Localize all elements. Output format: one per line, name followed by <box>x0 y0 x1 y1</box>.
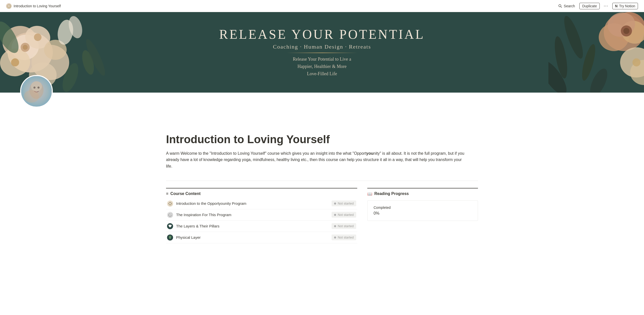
topbar: Introduction to Loving Yourself Search D… <box>0 0 644 12</box>
item-icon-moon <box>167 212 173 218</box>
hero-tagline-line1: Release Your Potential to Live a <box>293 57 351 62</box>
hero-main-title: Release Your Potential <box>219 27 425 42</box>
course-content-label: Course Content <box>170 191 200 196</box>
page-title: Introduction to Loving Yourself <box>166 133 478 146</box>
svg-point-19 <box>11 58 19 66</box>
course-item-title: The Layers & Their Pillars <box>176 224 219 228</box>
page-description: A warm Welcome to the "Introduction to L… <box>166 150 468 170</box>
completed-value: 0% <box>374 211 472 216</box>
notion-icon: N <box>615 4 618 8</box>
course-item-title: Introduction to the Opportyounity Progra… <box>176 201 246 206</box>
svg-point-44 <box>169 202 171 205</box>
more-options-button[interactable]: ··· <box>602 2 610 10</box>
page-icon <box>6 3 12 9</box>
flowers-left-svg <box>0 12 106 93</box>
item-icon-heart <box>167 223 173 229</box>
avatar-inner <box>21 76 52 107</box>
search-icon <box>558 4 562 8</box>
hero-tagline: Release Your Potential to Live a Happier… <box>219 56 425 77</box>
status-badge: Not started <box>332 201 356 206</box>
reading-card: Completed 0% <box>367 200 478 221</box>
try-notion-button[interactable]: N Try Notion <box>612 3 638 9</box>
item-icon-leaf <box>167 234 173 241</box>
svg-point-18 <box>34 33 42 41</box>
svg-point-50 <box>169 213 172 216</box>
course-item-left: Introduction to the Opportyounity Progra… <box>167 201 246 207</box>
page-title-section: Introduction to Loving Yourself A warm W… <box>166 113 478 174</box>
two-col-layout: ≡ Course Content Introductio <box>166 188 478 243</box>
svg-point-31 <box>632 58 640 66</box>
status-dot <box>334 237 336 239</box>
topbar-left: Introduction to Loving Yourself <box>6 3 61 9</box>
course-item-title: The Inspiration For This Program <box>176 213 231 217</box>
flowers-right-svg <box>548 12 644 93</box>
status-text: Not started <box>338 202 354 205</box>
search-button[interactable]: Search <box>556 3 577 9</box>
course-item-left: The Layers & Their Pillars <box>167 223 219 229</box>
course-item[interactable]: Introduction to the Opportyounity Progra… <box>166 198 357 209</box>
status-badge: Not started <box>332 212 356 218</box>
item-icon-sun <box>167 201 173 207</box>
course-content-section: ≡ Course Content Introductio <box>166 188 357 243</box>
course-item[interactable]: Physical Layer Not started <box>166 232 357 243</box>
content-divider <box>166 181 478 181</box>
course-content-header: ≡ Course Content <box>166 188 357 198</box>
svg-point-17 <box>23 45 28 50</box>
duplicate-button[interactable]: Duplicate <box>579 3 599 9</box>
hero-divider <box>287 53 357 53</box>
status-dot <box>334 214 336 216</box>
status-text: Not started <box>338 224 354 228</box>
topbar-page-title: Introduction to Loving Yourself <box>14 4 61 8</box>
hero-subtitle: Coaching · Human Design · Retreats <box>219 44 425 50</box>
duplicate-label: Duplicate <box>582 4 597 8</box>
course-item-left: Physical Layer <box>167 234 201 241</box>
flower-decoration-left <box>0 12 106 93</box>
svg-point-28 <box>623 28 629 34</box>
status-text: Not started <box>338 235 354 239</box>
svg-point-1 <box>8 5 10 7</box>
more-options-icon: ··· <box>604 3 608 8</box>
profile-avatar <box>20 75 53 108</box>
try-notion-label: Try Notion <box>619 4 635 8</box>
profile-area <box>20 93 644 113</box>
flower-decoration-right <box>548 12 644 93</box>
status-dot <box>334 203 336 205</box>
course-item[interactable]: The Inspiration For This Program Not sta… <box>166 209 357 221</box>
list-icon: ≡ <box>166 191 168 196</box>
desc-bold: you <box>366 151 373 155</box>
status-badge: Not started <box>332 234 356 240</box>
hero-center-text: Release Your Potential Coaching · Human … <box>219 27 425 77</box>
desc-start: A warm Welcome to the "Introduction to L… <box>166 151 464 168</box>
reading-progress-section: 📖 Reading Progress Completed 0% <box>367 188 478 221</box>
svg-point-43 <box>24 90 39 103</box>
course-item[interactable]: The Layers & Their Pillars Not started <box>166 221 357 232</box>
search-label: Search <box>564 4 575 8</box>
completed-label: Completed <box>374 206 472 210</box>
book-icon: 📖 <box>367 191 372 196</box>
reading-progress-label: Reading Progress <box>374 191 409 196</box>
status-badge: Not started <box>332 223 356 229</box>
hero-tagline-line2: Happier, Healthier & More <box>297 64 346 69</box>
page-content: Introduction to Loving Yourself A warm W… <box>146 113 498 243</box>
svg-line-3 <box>561 7 562 8</box>
topbar-right: Search Duplicate ··· N Try Notion <box>556 2 638 10</box>
course-item-title: Physical Layer <box>176 235 201 240</box>
course-item-left: The Inspiration For This Program <box>167 212 231 218</box>
status-text: Not started <box>338 213 354 217</box>
reading-progress-header: 📖 Reading Progress <box>367 188 478 198</box>
status-dot <box>334 225 336 227</box>
hero-banner: Release Your Potential Coaching · Human … <box>0 12 644 93</box>
hero-tagline-line3: Love-Filled Life <box>307 71 337 76</box>
